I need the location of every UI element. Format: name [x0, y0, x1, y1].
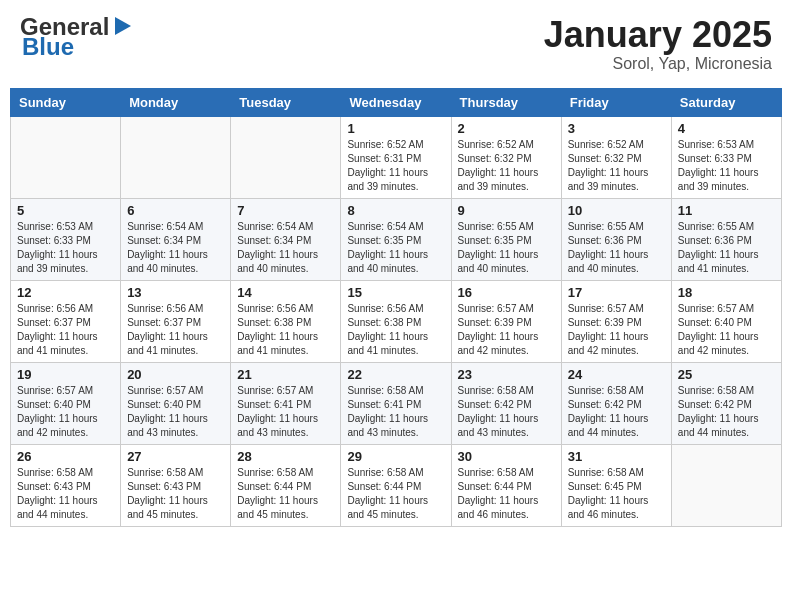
calendar-title-block: January 2025 Sorol, Yap, Micronesia — [544, 15, 772, 73]
day-number: 11 — [678, 203, 775, 218]
day-info: Sunrise: 6:53 AMSunset: 6:33 PMDaylight:… — [17, 220, 114, 276]
day-info: Sunrise: 6:58 AMSunset: 6:44 PMDaylight:… — [237, 466, 334, 522]
day-number: 29 — [347, 449, 444, 464]
day-number: 17 — [568, 285, 665, 300]
day-number: 20 — [127, 367, 224, 382]
day-number: 26 — [17, 449, 114, 464]
day-info: Sunrise: 6:52 AMSunset: 6:32 PMDaylight:… — [458, 138, 555, 194]
day-info: Sunrise: 6:58 AMSunset: 6:44 PMDaylight:… — [458, 466, 555, 522]
day-info: Sunrise: 6:53 AMSunset: 6:33 PMDaylight:… — [678, 138, 775, 194]
calendar-cell: 16Sunrise: 6:57 AMSunset: 6:39 PMDayligh… — [451, 280, 561, 362]
calendar-week-row: 19Sunrise: 6:57 AMSunset: 6:40 PMDayligh… — [11, 362, 782, 444]
calendar-cell: 30Sunrise: 6:58 AMSunset: 6:44 PMDayligh… — [451, 444, 561, 526]
calendar-cell: 10Sunrise: 6:55 AMSunset: 6:36 PMDayligh… — [561, 198, 671, 280]
day-info: Sunrise: 6:52 AMSunset: 6:32 PMDaylight:… — [568, 138, 665, 194]
day-number: 1 — [347, 121, 444, 136]
day-number: 8 — [347, 203, 444, 218]
day-info: Sunrise: 6:55 AMSunset: 6:36 PMDaylight:… — [568, 220, 665, 276]
calendar-cell: 21Sunrise: 6:57 AMSunset: 6:41 PMDayligh… — [231, 362, 341, 444]
day-info: Sunrise: 6:57 AMSunset: 6:41 PMDaylight:… — [237, 384, 334, 440]
calendar-cell: 18Sunrise: 6:57 AMSunset: 6:40 PMDayligh… — [671, 280, 781, 362]
calendar-day-header: Friday — [561, 88, 671, 116]
calendar-day-header: Monday — [121, 88, 231, 116]
day-info: Sunrise: 6:58 AMSunset: 6:44 PMDaylight:… — [347, 466, 444, 522]
calendar-cell: 13Sunrise: 6:56 AMSunset: 6:37 PMDayligh… — [121, 280, 231, 362]
day-number: 4 — [678, 121, 775, 136]
day-info: Sunrise: 6:56 AMSunset: 6:38 PMDaylight:… — [347, 302, 444, 358]
calendar-cell: 12Sunrise: 6:56 AMSunset: 6:37 PMDayligh… — [11, 280, 121, 362]
day-info: Sunrise: 6:57 AMSunset: 6:40 PMDaylight:… — [17, 384, 114, 440]
day-number: 16 — [458, 285, 555, 300]
calendar-cell: 4Sunrise: 6:53 AMSunset: 6:33 PMDaylight… — [671, 116, 781, 198]
day-number: 31 — [568, 449, 665, 464]
calendar-cell: 15Sunrise: 6:56 AMSunset: 6:38 PMDayligh… — [341, 280, 451, 362]
calendar-cell: 7Sunrise: 6:54 AMSunset: 6:34 PMDaylight… — [231, 198, 341, 280]
day-info: Sunrise: 6:58 AMSunset: 6:42 PMDaylight:… — [458, 384, 555, 440]
calendar-cell: 27Sunrise: 6:58 AMSunset: 6:43 PMDayligh… — [121, 444, 231, 526]
calendar-week-row: 1Sunrise: 6:52 AMSunset: 6:31 PMDaylight… — [11, 116, 782, 198]
day-number: 14 — [237, 285, 334, 300]
day-info: Sunrise: 6:56 AMSunset: 6:38 PMDaylight:… — [237, 302, 334, 358]
day-info: Sunrise: 6:58 AMSunset: 6:42 PMDaylight:… — [568, 384, 665, 440]
calendar-week-row: 12Sunrise: 6:56 AMSunset: 6:37 PMDayligh… — [11, 280, 782, 362]
day-number: 28 — [237, 449, 334, 464]
calendar-cell: 25Sunrise: 6:58 AMSunset: 6:42 PMDayligh… — [671, 362, 781, 444]
svg-marker-0 — [115, 17, 131, 35]
calendar-cell: 1Sunrise: 6:52 AMSunset: 6:31 PMDaylight… — [341, 116, 451, 198]
calendar-cell: 23Sunrise: 6:58 AMSunset: 6:42 PMDayligh… — [451, 362, 561, 444]
day-info: Sunrise: 6:57 AMSunset: 6:39 PMDaylight:… — [458, 302, 555, 358]
calendar-header-row: SundayMondayTuesdayWednesdayThursdayFrid… — [11, 88, 782, 116]
calendar-cell — [671, 444, 781, 526]
day-info: Sunrise: 6:56 AMSunset: 6:37 PMDaylight:… — [17, 302, 114, 358]
calendar-day-header: Saturday — [671, 88, 781, 116]
day-number: 6 — [127, 203, 224, 218]
calendar-title: January 2025 — [544, 15, 772, 55]
day-number: 13 — [127, 285, 224, 300]
calendar-cell: 19Sunrise: 6:57 AMSunset: 6:40 PMDayligh… — [11, 362, 121, 444]
day-number: 12 — [17, 285, 114, 300]
day-info: Sunrise: 6:58 AMSunset: 6:41 PMDaylight:… — [347, 384, 444, 440]
calendar-cell: 5Sunrise: 6:53 AMSunset: 6:33 PMDaylight… — [11, 198, 121, 280]
day-info: Sunrise: 6:54 AMSunset: 6:34 PMDaylight:… — [127, 220, 224, 276]
calendar-week-row: 5Sunrise: 6:53 AMSunset: 6:33 PMDaylight… — [11, 198, 782, 280]
day-info: Sunrise: 6:57 AMSunset: 6:40 PMDaylight:… — [127, 384, 224, 440]
day-info: Sunrise: 6:52 AMSunset: 6:31 PMDaylight:… — [347, 138, 444, 194]
day-number: 23 — [458, 367, 555, 382]
calendar-cell: 11Sunrise: 6:55 AMSunset: 6:36 PMDayligh… — [671, 198, 781, 280]
calendar-cell — [231, 116, 341, 198]
calendar-cell: 14Sunrise: 6:56 AMSunset: 6:38 PMDayligh… — [231, 280, 341, 362]
calendar-week-row: 26Sunrise: 6:58 AMSunset: 6:43 PMDayligh… — [11, 444, 782, 526]
calendar-cell: 31Sunrise: 6:58 AMSunset: 6:45 PMDayligh… — [561, 444, 671, 526]
day-number: 21 — [237, 367, 334, 382]
day-number: 2 — [458, 121, 555, 136]
day-number: 9 — [458, 203, 555, 218]
logo-blue-text: Blue — [22, 35, 133, 59]
day-number: 10 — [568, 203, 665, 218]
page-header: General Blue January 2025 Sorol, Yap, Mi… — [10, 10, 782, 78]
day-info: Sunrise: 6:57 AMSunset: 6:40 PMDaylight:… — [678, 302, 775, 358]
day-number: 25 — [678, 367, 775, 382]
calendar-cell: 26Sunrise: 6:58 AMSunset: 6:43 PMDayligh… — [11, 444, 121, 526]
day-number: 22 — [347, 367, 444, 382]
logo-arrow-icon — [111, 15, 133, 37]
calendar-day-header: Thursday — [451, 88, 561, 116]
calendar-cell: 17Sunrise: 6:57 AMSunset: 6:39 PMDayligh… — [561, 280, 671, 362]
logo: General Blue — [20, 15, 133, 59]
calendar-cell — [121, 116, 231, 198]
day-info: Sunrise: 6:55 AMSunset: 6:35 PMDaylight:… — [458, 220, 555, 276]
calendar-cell: 20Sunrise: 6:57 AMSunset: 6:40 PMDayligh… — [121, 362, 231, 444]
calendar-day-header: Tuesday — [231, 88, 341, 116]
day-info: Sunrise: 6:56 AMSunset: 6:37 PMDaylight:… — [127, 302, 224, 358]
day-number: 24 — [568, 367, 665, 382]
calendar-cell: 22Sunrise: 6:58 AMSunset: 6:41 PMDayligh… — [341, 362, 451, 444]
calendar-cell: 9Sunrise: 6:55 AMSunset: 6:35 PMDaylight… — [451, 198, 561, 280]
calendar-cell: 24Sunrise: 6:58 AMSunset: 6:42 PMDayligh… — [561, 362, 671, 444]
day-number: 30 — [458, 449, 555, 464]
calendar-day-header: Wednesday — [341, 88, 451, 116]
day-number: 15 — [347, 285, 444, 300]
calendar-cell: 28Sunrise: 6:58 AMSunset: 6:44 PMDayligh… — [231, 444, 341, 526]
day-number: 19 — [17, 367, 114, 382]
day-info: Sunrise: 6:54 AMSunset: 6:35 PMDaylight:… — [347, 220, 444, 276]
day-info: Sunrise: 6:57 AMSunset: 6:39 PMDaylight:… — [568, 302, 665, 358]
day-info: Sunrise: 6:55 AMSunset: 6:36 PMDaylight:… — [678, 220, 775, 276]
